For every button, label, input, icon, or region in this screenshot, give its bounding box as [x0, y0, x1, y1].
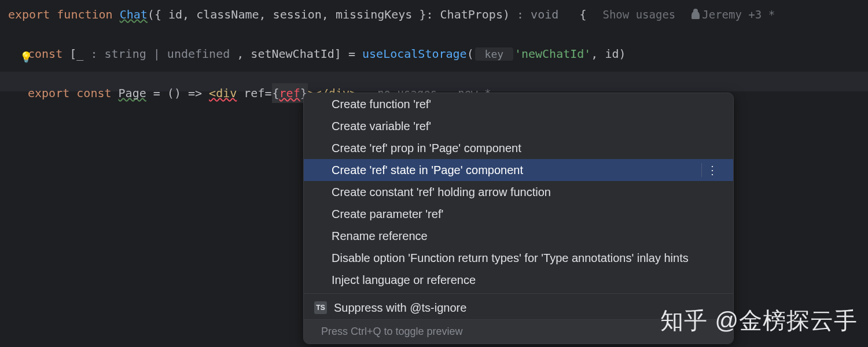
- show-usages-hint[interactable]: Show usages: [602, 8, 675, 21]
- intention-item-label: Create parameter 'ref': [332, 207, 443, 221]
- intention-item-label: Create constant 'ref' holding arrow func…: [332, 185, 551, 199]
- intention-item[interactable]: Create function 'ref': [304, 93, 733, 115]
- intention-item[interactable]: Create 'ref' state in 'Page' component⋮: [304, 159, 733, 181]
- intention-item-label: Create 'ref' prop in 'Page' component: [332, 141, 521, 155]
- separator: [304, 293, 733, 294]
- inlay-return-type: : void: [510, 8, 565, 21]
- code-editor[interactable]: export function Chat({ id, className, se…: [0, 0, 868, 103]
- inlay-type-hint: : string | undefined: [83, 47, 237, 61]
- intention-item[interactable]: Inject language or reference: [304, 269, 733, 291]
- intention-item[interactable]: Create constant 'ref' holding arrow func…: [304, 181, 733, 203]
- code-line[interactable]: [0, 64, 868, 83]
- intention-item[interactable]: Disable option 'Function return types' f…: [304, 247, 733, 269]
- intention-item-label: Disable option 'Function return types' f…: [332, 251, 689, 265]
- keyword-export: export: [8, 8, 50, 21]
- more-actions-icon[interactable]: ⋮: [701, 163, 723, 177]
- inlay-param-hint: key: [475, 47, 513, 61]
- function-name: Chat: [120, 8, 148, 21]
- author-hint[interactable]: Jeremy +3 *: [692, 8, 775, 21]
- intention-item[interactable]: Rename reference: [304, 225, 733, 247]
- intention-item-label: Rename reference: [332, 229, 428, 243]
- suppress-item[interactable]: TS Suppress with @ts-ignore: [304, 296, 733, 319]
- intention-item-label: Inject language or reference: [332, 273, 476, 287]
- ts-badge-icon: TS: [314, 301, 327, 314]
- intention-bulb-icon[interactable]: 💡: [20, 51, 32, 63]
- intention-popup: Create function 'ref'Create variable 're…: [303, 93, 734, 344]
- intention-item-label: Create variable 'ref': [332, 119, 431, 133]
- intention-item[interactable]: Create parameter 'ref': [304, 203, 733, 225]
- keyword-function: function: [57, 8, 112, 21]
- intention-item-label: Create 'ref' state in 'Page' component: [332, 163, 523, 177]
- intention-item[interactable]: Create variable 'ref': [304, 115, 733, 137]
- intention-item-label: Create function 'ref': [332, 97, 431, 111]
- suppress-label: Suppress with @ts-ignore: [334, 301, 466, 315]
- avatar-icon: [692, 11, 700, 19]
- error-identifier: ref: [279, 86, 300, 100]
- code-line[interactable]: const [_ : string | undefined , setNewCh…: [0, 44, 868, 64]
- code-line[interactable]: [0, 24, 868, 44]
- popup-footer: Press Ctrl+Q to toggle preview: [304, 319, 733, 344]
- intention-item[interactable]: Create 'ref' prop in 'Page' component: [304, 137, 733, 159]
- code-line[interactable]: export function Chat({ id, className, se…: [0, 5, 868, 24]
